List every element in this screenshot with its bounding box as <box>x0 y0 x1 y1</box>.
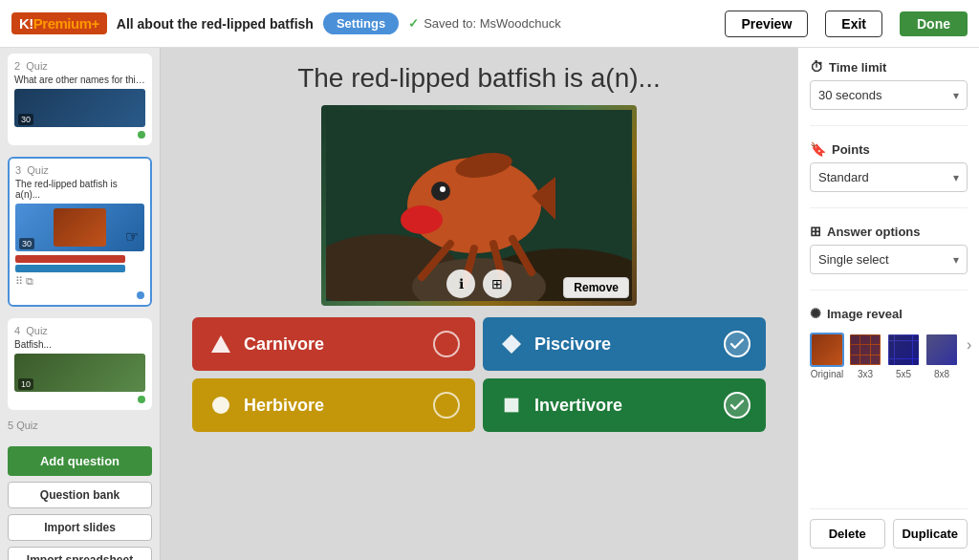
quiz-3-thumb: ☞ 30 <box>15 204 144 251</box>
quiz-3-dot <box>137 291 144 299</box>
answer-carnivore-text: Carnivore <box>244 334 424 355</box>
piscivore-check <box>724 331 751 357</box>
divider-1 <box>810 125 968 126</box>
quiz-3-icons: ⠿ ⧉ <box>15 275 144 288</box>
add-question-button[interactable]: Add question <box>8 446 152 476</box>
drag-icon: ⠿ <box>15 275 23 288</box>
answer-herbivore[interactable]: Herbivore <box>192 378 475 432</box>
sidebar-item-quiz-4[interactable]: 4 Quiz Batfish... 10 <box>8 318 152 410</box>
question-title: The red-lipped batfish is a(n)... <box>180 63 778 94</box>
chevron-down-icon-3: ▾ <box>953 253 959 267</box>
answer-options-section: ⊞ Answer options Single select ▾ <box>810 224 968 274</box>
points-header: 🔖 Points <box>810 141 968 157</box>
saved-indicator: ✓ Saved to: MsWoodchuck <box>408 16 561 31</box>
reveal-thumb-3x3[interactable] <box>848 333 882 367</box>
done-button[interactable]: Done <box>900 11 968 36</box>
panel-bottom-actions: Delete Duplicate <box>810 508 968 549</box>
quiz-2-timer: 30 <box>18 114 33 125</box>
quiz-2-label: 2 Quiz <box>14 60 145 72</box>
time-limit-section: ⏱ Time limit 30 seconds ▾ <box>810 59 968 110</box>
duplicate-button[interactable]: Duplicate <box>893 519 968 549</box>
answers-grid: Carnivore Piscivore Herbivore <box>192 317 766 432</box>
answer-options-label: Answer options <box>827 225 921 239</box>
reveal-5x5[interactable]: 5x5 <box>886 333 921 379</box>
reveal-thumb-8x8[interactable] <box>925 333 959 367</box>
section-5-label: 5 Quiz <box>0 416 160 435</box>
time-limit-select[interactable]: 30 seconds ▾ <box>810 80 968 110</box>
main-layout: 2 Quiz What are other names for this cre… <box>0 48 979 560</box>
square-icon <box>498 392 525 419</box>
copy-icon: ⧉ <box>26 275 33 288</box>
saved-text: Saved to: MsWoodchuck <box>424 16 561 31</box>
sidebar-item-quiz-2[interactable]: 2 Quiz What are other names for this cre… <box>8 54 152 145</box>
chevron-down-icon: ▾ <box>953 89 959 102</box>
svg-marker-14 <box>211 335 230 353</box>
image-reveal-section: ✺ Image reveal Original <box>810 306 968 379</box>
question-bank-button[interactable]: Question bank <box>8 482 152 508</box>
checkmark-icon: ✓ <box>408 16 419 31</box>
svg-point-16 <box>212 397 229 414</box>
right-panel: ⏱ Time limit 30 seconds ▾ 🔖 Points Stand… <box>797 48 979 560</box>
import-slides-button[interactable]: Import slides <box>8 514 152 541</box>
time-limit-header: ⏱ Time limit <box>810 59 968 75</box>
preview-button[interactable]: Preview <box>725 11 808 37</box>
image-overlay-buttons: ℹ ⊞ <box>446 269 511 298</box>
sidebar-item-quiz-3[interactable]: 3 Quiz The red-lipped batfish is a(n)...… <box>8 157 152 307</box>
svg-point-5 <box>401 205 443 234</box>
grid-icon: ⊞ <box>810 224 821 239</box>
content-area: The red-lipped batfish is a(n)... <box>161 48 797 560</box>
reveal-thumb-original[interactable] <box>810 333 844 367</box>
exit-button[interactable]: Exit <box>825 11 882 37</box>
reveal-original[interactable]: Original <box>810 333 844 379</box>
settings-button[interactable]: Settings <box>323 12 399 34</box>
quiz-3-label: 3 Quiz <box>15 164 144 176</box>
answer-piscivore[interactable]: Piscivore <box>483 317 766 371</box>
carnivore-check <box>433 331 460 357</box>
answer-options-select[interactable]: Single select ▾ <box>810 245 968 274</box>
image-reveal-label: Image reveal <box>827 307 903 321</box>
remove-button[interactable]: Remove <box>563 277 629 298</box>
quiz-4-timer: 10 <box>18 378 33 390</box>
clock-icon: ⏱ <box>810 59 823 75</box>
answer-invertivore[interactable]: Invertivore <box>483 378 766 432</box>
svg-rect-17 <box>505 398 519 413</box>
quiz-3-timer: 30 <box>19 238 34 249</box>
reveal-original-label: Original <box>811 369 843 379</box>
quiz-3-title: The red-lipped batfish is a(n)... <box>15 179 144 200</box>
quiz-2-title: What are other names for this crea... <box>14 75 145 85</box>
triangle-icon <box>207 331 234 357</box>
circle-icon <box>207 392 234 419</box>
sidebar: 2 Quiz What are other names for this cre… <box>0 48 161 560</box>
quiz-4-thumb: 10 <box>14 354 145 392</box>
header-title: All about the red-lipped batfish <box>117 16 314 32</box>
invertivore-check <box>724 392 751 419</box>
answer-options-value: Single select <box>818 252 889 267</box>
quiz-2-dot <box>138 131 145 139</box>
answer-invertivore-text: Invertivore <box>534 396 714 416</box>
info-icon-button[interactable]: ℹ <box>446 269 475 298</box>
reveal-3x3-label: 3x3 <box>858 369 873 379</box>
answer-carnivore[interactable]: Carnivore <box>192 317 475 371</box>
answer-herbivore-text: Herbivore <box>244 396 424 416</box>
crop-icon-button[interactable]: ⊞ <box>483 269 511 298</box>
reveal-thumb-5x5[interactable] <box>886 333 921 367</box>
delete-button[interactable]: Delete <box>810 519 885 549</box>
cursor-icon: ☞ <box>125 227 139 246</box>
chevron-down-icon-2: ▾ <box>953 171 959 184</box>
reveal-5x5-label: 5x5 <box>896 369 911 379</box>
time-limit-label: Time limit <box>829 60 886 75</box>
answer-piscivore-text: Piscivore <box>534 334 714 355</box>
import-spreadsheet-button[interactable]: Import spreadsheet <box>8 547 152 560</box>
reveal-arrow-icon[interactable]: › <box>963 333 975 357</box>
time-limit-value: 30 seconds <box>818 88 882 102</box>
quiz-3-options <box>15 255 144 272</box>
reveal-3x3[interactable]: 3x3 <box>848 333 882 379</box>
image-reveal-header: ✺ Image reveal <box>810 306 968 321</box>
quiz-4-label: 4 Quiz <box>14 325 145 336</box>
points-select[interactable]: Standard ▾ <box>810 162 968 192</box>
reveal-8x8[interactable]: 8x8 <box>925 333 959 379</box>
svg-marker-15 <box>502 334 521 354</box>
points-label: Points <box>832 142 870 157</box>
points-section: 🔖 Points Standard ▾ <box>810 141 968 192</box>
sidebar-buttons: Add question Question bank Import slides… <box>0 439 160 560</box>
